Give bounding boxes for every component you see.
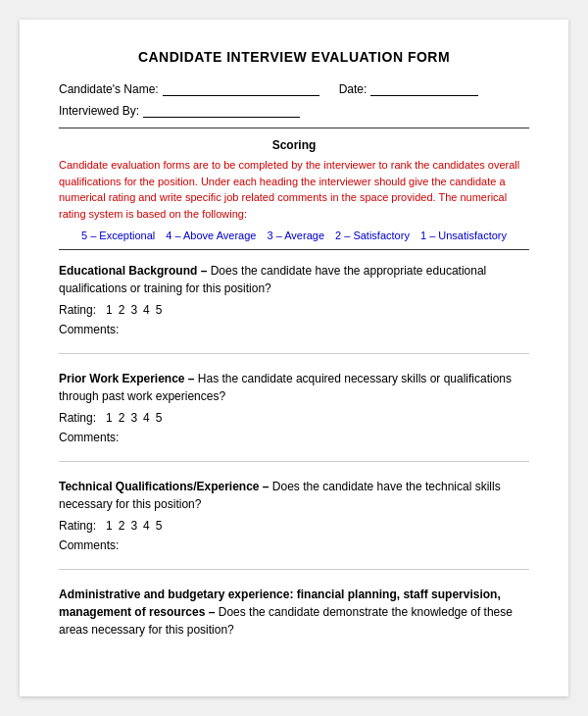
- scale-4: 4 – Above Average: [166, 230, 256, 241]
- technical-comments-field[interactable]: [59, 554, 529, 570]
- educational-comments-field[interactable]: [59, 338, 529, 354]
- section-educational-comments: Comments:: [59, 323, 529, 354]
- date-label: Date:: [339, 82, 368, 96]
- section-prior-work-comments: Comments:: [59, 431, 529, 462]
- form-title: CANDIDATE INTERVIEW EVALUATION FORM: [59, 49, 529, 65]
- section-administrative-title: Administrative and budgetary experience:…: [59, 586, 529, 639]
- section-technical-comments: Comments:: [59, 538, 529, 570]
- section-educational: Educational Background – Does the candid…: [59, 262, 529, 354]
- prior-work-comments-field[interactable]: [59, 446, 529, 462]
- section-administrative: Administrative and budgetary experience:…: [59, 586, 529, 639]
- scale-3: 3 – Average: [267, 230, 324, 241]
- scale-5: 5 – Exceptional: [81, 230, 155, 241]
- top-divider: [59, 128, 529, 128]
- rating-scale: 5 – Exceptional 4 – Above Average 3 – Av…: [59, 230, 529, 241]
- date-field[interactable]: [370, 82, 478, 96]
- scoring-divider: [59, 249, 529, 250]
- section-prior-work: Prior Work Experience – Has the candidat…: [59, 370, 529, 462]
- candidate-name-field[interactable]: [163, 82, 319, 96]
- scoring-description: Candidate evaluation forms are to be com…: [59, 157, 529, 222]
- section-prior-work-rating: Rating: 1 2 3 4 5: [59, 411, 529, 425]
- interviewed-by-row: Interviewed By:: [59, 104, 529, 118]
- scale-2: 2 – Satisfactory: [335, 230, 410, 241]
- scoring-title: Scoring: [59, 138, 529, 152]
- interviewed-by-field[interactable]: [143, 104, 300, 118]
- section-prior-work-title: Prior Work Experience – Has the candidat…: [59, 370, 529, 405]
- section-technical-rating: Rating: 1 2 3 4 5: [59, 519, 529, 533]
- section-technical-title: Technical Qualifications/Experience – Do…: [59, 478, 529, 513]
- section-educational-title: Educational Background – Does the candid…: [59, 262, 529, 297]
- interviewed-by-label: Interviewed By:: [59, 104, 139, 118]
- form-page: CANDIDATE INTERVIEW EVALUATION FORM Cand…: [20, 20, 568, 696]
- section-technical: Technical Qualifications/Experience – Do…: [59, 478, 529, 570]
- scale-1: 1 – Unsatisfactory: [420, 230, 507, 241]
- section-educational-rating: Rating: 1 2 3 4 5: [59, 303, 529, 317]
- candidate-name-row: Candidate's Name: Date:: [59, 82, 529, 96]
- candidate-name-label: Candidate's Name:: [59, 82, 159, 96]
